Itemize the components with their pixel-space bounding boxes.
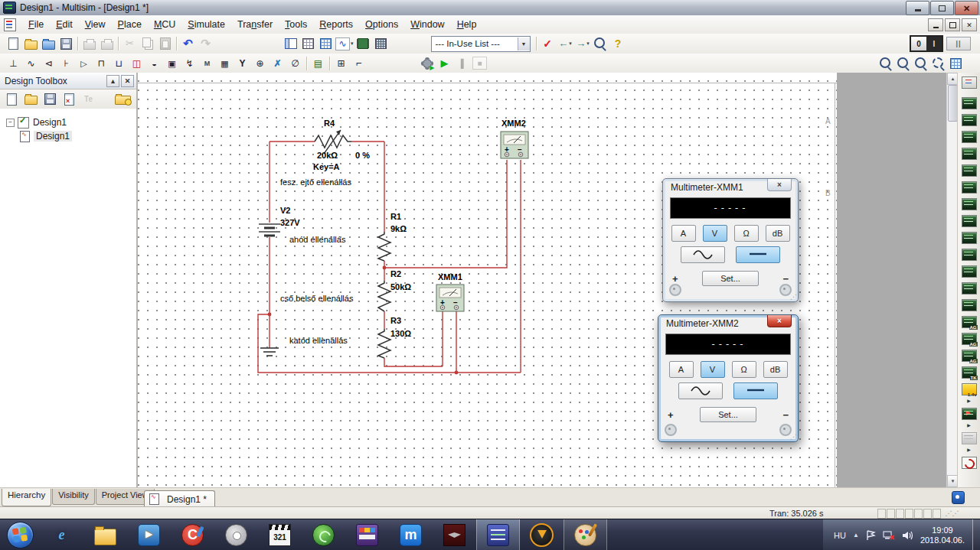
taskbar-recorder-app[interactable] <box>214 519 258 550</box>
logic-analyzer-instrument-button[interactable] <box>961 213 978 228</box>
print-preview-button[interactable] <box>98 35 116 53</box>
multimeter-xmm1-instrument[interactable]: + − <box>436 285 464 311</box>
taskbar-clock[interactable]: 19:09 2018.04.06. <box>920 526 968 545</box>
zoom-out-button[interactable] <box>894 54 912 72</box>
network-status-icon[interactable] <box>883 530 895 541</box>
close-design-button[interactable] <box>60 90 78 108</box>
agilent-function-generator-instrument-button[interactable]: AG <box>961 314 978 329</box>
current-clamp-instrument-button[interactable] <box>961 455 978 470</box>
taskbar-maxthon-browser[interactable]: m <box>389 519 433 550</box>
multimeter-xmm1-dialog[interactable]: Multimeter-XMM1 × ----- AVΩdB + Set... − <box>662 178 799 302</box>
measurement-probe-instrument-button[interactable]: 1.4v <box>961 382 978 396</box>
menu-help[interactable]: Help <box>451 16 483 33</box>
mode-button-v[interactable]: V <box>703 225 727 242</box>
place-indicator-button[interactable]: ▣ <box>163 54 181 72</box>
toolbox-tab-hierarchy[interactable]: Hierarchy <box>2 489 51 506</box>
place-advanced-peripherals-button[interactable]: ▦ <box>216 54 234 72</box>
place-cmos-button[interactable]: ⊔ <box>110 54 128 72</box>
taskbar-ccleaner[interactable]: C <box>171 519 214 550</box>
wattmeter-instrument-button[interactable] <box>961 112 978 127</box>
forward-annotate-dropdown-arrow[interactable]: ▾ <box>586 41 590 47</box>
show-hidden-icons-button[interactable]: ▲ <box>853 532 859 539</box>
design-checkbox-icon[interactable] <box>18 117 29 129</box>
dc-mode-button[interactable] <box>733 382 778 399</box>
grapher-dropdown-arrow[interactable]: ▾ <box>351 41 354 47</box>
place-diode-button[interactable]: ⊲ <box>40 54 57 72</box>
set-button[interactable]: Set... <box>700 407 756 422</box>
spectrum-analyzer-instrument-button[interactable] <box>961 281 978 295</box>
place-source-button[interactable]: ⊥ <box>5 54 22 72</box>
open-design-button[interactable] <box>22 90 40 108</box>
potentiometer-r4[interactable]: R4 20kΩ 0 % Key=A fesz. ejtő ellenállás <box>280 119 370 187</box>
resistor-r3[interactable]: R3 130Ω katód ellenállás <box>289 316 411 358</box>
design-toolbox-titlebar[interactable]: Design Toolbox ▴ ✕ <box>0 73 136 89</box>
in-use-list-dropdown[interactable]: --- In-Use List --- ▼ <box>431 36 531 52</box>
multimeter-xmm2-instrument[interactable]: + − <box>501 132 528 158</box>
menu-window[interactable]: Window <box>404 16 450 33</box>
zoom-fullscreen-button[interactable] <box>947 54 965 72</box>
taskbar-multisim[interactable] <box>476 519 520 550</box>
taskbar-paint[interactable] <box>564 519 607 550</box>
menu-reports[interactable]: Reports <box>313 16 359 33</box>
dialog-close-button[interactable]: × <box>767 315 792 327</box>
agilent-multimeter-instrument-button[interactable]: AG <box>961 331 978 346</box>
simulation-power-switch[interactable]: 0 I <box>910 35 943 52</box>
menu-options[interactable]: Options <box>359 16 404 33</box>
ni-corner-icon[interactable] <box>952 491 965 504</box>
panel-close-button[interactable]: ✕ <box>121 75 134 87</box>
document-icon[interactable] <box>4 18 16 31</box>
multimeter-xmm2-dialog[interactable]: Multimeter-XMM2 × ----- AVΩdB + Set... − <box>658 314 799 442</box>
database-manager-button[interactable] <box>317 35 335 53</box>
pause-button[interactable]: ∥ <box>453 54 471 72</box>
place-misc-button[interactable]: M <box>198 54 216 72</box>
place-mixed-button[interactable]: ◒ <box>145 54 163 72</box>
distortion-analyzer-instrument-button[interactable] <box>961 264 978 278</box>
save-design-button[interactable] <box>41 90 59 108</box>
taskbar-green-orb-app[interactable] <box>302 519 345 550</box>
place-ni-button[interactable]: ✗ <box>269 54 286 72</box>
place-transistor-button[interactable]: ⊦ <box>57 54 75 72</box>
menu-transfer[interactable]: Transfer <box>231 16 279 33</box>
positive-terminal[interactable] <box>665 424 677 436</box>
resistor-r1[interactable]: R1 9kΩ <box>378 212 407 261</box>
labview-instruments-dropdown-arrow[interactable]: ▶ <box>961 446 978 453</box>
mode-button-ω[interactable]: Ω <box>734 225 759 242</box>
paste-button[interactable] <box>156 35 174 53</box>
taskbar-daemon-tools[interactable] <box>520 519 564 550</box>
text-tool-button[interactable]: Te <box>80 90 97 108</box>
zoom-page-button[interactable] <box>912 54 929 72</box>
menu-simulate[interactable]: Simulate <box>181 16 231 33</box>
ni-elvismx-instrument-button[interactable] <box>961 406 978 421</box>
labview-instruments-instrument-button[interactable] <box>961 431 978 445</box>
taskbar-game-app[interactable] <box>433 519 476 550</box>
mode-button-db[interactable]: dB <box>763 361 788 378</box>
measurement-probe-dropdown-arrow[interactable]: ▶ <box>961 397 978 404</box>
back-annotate-button[interactable]: ←▾ <box>557 35 574 53</box>
four-channel-oscilloscope-instrument-button[interactable] <box>961 146 978 161</box>
place-basic-button[interactable]: ∿ <box>22 54 40 72</box>
action-center-flag-icon[interactable] <box>866 530 876 541</box>
print-button[interactable] <box>80 35 98 53</box>
toggle-design-toolbox-button[interactable] <box>282 35 299 53</box>
dropdown-arrow-icon[interactable]: ▼ <box>518 37 530 50</box>
run-button[interactable]: ▶ <box>436 54 453 72</box>
create-component-button[interactable] <box>354 35 372 53</box>
oscilloscope-instrument-button[interactable] <box>961 129 978 144</box>
grapher-button[interactable]: ∿▾ <box>335 35 354 53</box>
open-file-button[interactable] <box>22 35 40 53</box>
document-tab[interactable]: Design1 * <box>144 490 215 507</box>
taskbar-windows-media-player[interactable] <box>127 519 171 550</box>
window-titlebar[interactable]: Design1 - Multisim - [Design1 *] ✕ <box>0 0 980 16</box>
design-history-button[interactable] <box>114 90 132 108</box>
set-button[interactable]: Set... <box>702 271 759 286</box>
place-ttl-button[interactable]: ⊓ <box>93 54 110 72</box>
new-design-button[interactable] <box>3 90 21 108</box>
dialog-close-button[interactable]: × <box>767 179 792 191</box>
scroll-down-arrow[interactable]: ▼ <box>947 475 957 487</box>
dc-mode-button[interactable] <box>736 246 780 263</box>
volume-icon[interactable] <box>902 530 913 541</box>
mdi-close-button[interactable]: ✕ <box>962 18 977 31</box>
positive-terminal[interactable] <box>669 284 681 296</box>
menu-place[interactable]: Place <box>112 16 148 33</box>
menu-file[interactable]: File <box>22 16 50 33</box>
